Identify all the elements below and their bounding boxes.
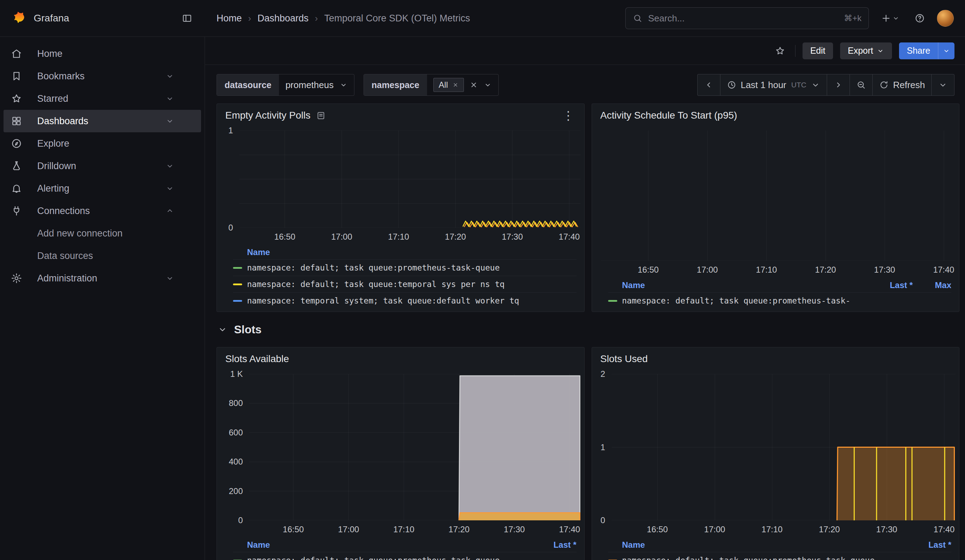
refresh-button[interactable]: Refresh xyxy=(872,74,932,96)
panel-menu-icon[interactable]: ⋮ xyxy=(560,110,577,121)
sidebar-item-explore[interactable]: Explore xyxy=(3,132,201,155)
search-input[interactable]: Search... ⌘+k xyxy=(625,7,869,29)
timezone-label: UTC xyxy=(791,81,806,89)
sidebar-item-add-new-connection[interactable]: Add new connection xyxy=(3,222,201,245)
new-button[interactable] xyxy=(878,10,903,26)
row-title: Slots xyxy=(234,323,262,336)
x-axis-labels: 16:5017:0017:1017:2017:3017:40 xyxy=(612,520,956,537)
sidebar-item-starred[interactable]: Starred xyxy=(3,87,201,110)
zoom-out-button[interactable] xyxy=(850,74,873,96)
sidebar-item-connections[interactable]: Connections xyxy=(3,200,201,222)
plot-area[interactable]: 02004006008001 K xyxy=(249,374,581,520)
chevron-down-icon xyxy=(164,72,176,81)
chevron-down-icon xyxy=(164,94,176,103)
panel-header[interactable]: Slots Available xyxy=(217,348,584,365)
namespace-tag[interactable]: All xyxy=(433,78,464,92)
series-name: namespace: temporal_system; task_queue:d… xyxy=(247,296,577,305)
plot-area[interactable] xyxy=(601,131,956,261)
breadcrumb-item-dashboards[interactable]: Dashboards xyxy=(258,13,309,24)
grafana-logo-icon[interactable] xyxy=(10,10,26,26)
series-name: namespace: default; task_queue:prometheu… xyxy=(247,556,514,560)
x-axis-labels: 16:5017:0017:1017:2017:3017:40 xyxy=(601,261,956,277)
time-series-chart[interactable]: 01216:5017:0017:1017:2017:3017:40 xyxy=(592,365,959,537)
legend-column-max[interactable]: Max xyxy=(913,280,951,290)
plot-area[interactable]: 01 xyxy=(239,131,581,228)
legend-header: NameLast * xyxy=(233,538,577,552)
search-shortcut: ⌘+k xyxy=(844,13,862,23)
remove-tag-icon[interactable] xyxy=(452,82,459,88)
legend-row[interactable]: namespace: default; task_queue:prometheu… xyxy=(233,259,577,276)
clear-selection-icon[interactable] xyxy=(469,81,478,89)
refresh-interval-button[interactable] xyxy=(931,74,955,96)
sidebar-item-administration[interactable]: Administration xyxy=(3,267,201,289)
time-series-chart[interactable]: 16:5017:0017:1017:2017:3017:40 xyxy=(592,121,959,277)
x-tick-label: 17:00 xyxy=(704,524,725,534)
y-axis-labels xyxy=(592,131,601,261)
sidebar-item-label: Add new connection xyxy=(37,228,123,239)
y-tick-label: 2 xyxy=(600,369,605,379)
legend-row[interactable]: namespace: default; task_queue:prometheu… xyxy=(608,552,952,560)
y-tick-label: 800 xyxy=(229,398,243,408)
legend-row[interactable]: namespace: default; task_queue:prometheu… xyxy=(233,552,577,560)
legend-column-name[interactable]: Name xyxy=(233,540,514,550)
x-axis-labels: 16:5017:0017:1017:2017:3017:40 xyxy=(239,228,581,244)
x-tick-label: 17:20 xyxy=(815,265,836,275)
legend-column-last[interactable]: Last * xyxy=(514,540,577,550)
help-button[interactable] xyxy=(912,10,928,26)
namespace-select[interactable]: All xyxy=(427,74,498,95)
sidebar-item-alerting[interactable]: Alerting xyxy=(3,177,201,200)
panel-header[interactable]: Empty Activity Polls ⋮ xyxy=(217,104,584,121)
x-tick-label: 17:10 xyxy=(388,232,409,242)
sidebar-item-dashboards[interactable]: Dashboards xyxy=(3,110,201,132)
sidebar-item-bookmarks[interactable]: Bookmarks xyxy=(3,65,201,87)
x-tick-label: 17:40 xyxy=(559,524,580,534)
x-tick-label: 17:30 xyxy=(874,265,895,275)
x-tick-label: 17:00 xyxy=(331,232,352,242)
legend-row[interactable]: namespace: default; task_queue:prometheu… xyxy=(608,292,952,309)
chevron-down-icon xyxy=(484,81,492,89)
row-slots-toggle[interactable]: Slots xyxy=(216,312,959,347)
sidebar-item-data-sources[interactable]: Data sources xyxy=(3,245,201,267)
panel-title: Activity Schedule To Start (p95) xyxy=(600,109,737,121)
chevron-right-icon xyxy=(833,80,843,90)
legend-row[interactable]: namespace: temporal_system; task_queue:d… xyxy=(233,292,577,309)
chevron-down-icon xyxy=(164,162,176,171)
bell-icon xyxy=(10,183,23,194)
legend-column-name[interactable]: Name xyxy=(608,540,888,550)
export-button[interactable]: Export xyxy=(840,42,892,59)
sidebar-item-drilldown[interactable]: Drilldown xyxy=(3,155,201,177)
x-tick-label: 17:30 xyxy=(502,232,523,242)
legend-column-last[interactable]: Last * xyxy=(850,280,913,290)
breadcrumb-separator: › xyxy=(248,13,251,24)
series-name: namespace: default; task_queue:prometheu… xyxy=(247,263,577,272)
time-range-picker[interactable]: Last 1 hour UTC xyxy=(720,74,827,96)
share-button[interactable]: Share xyxy=(899,42,938,59)
plot-area[interactable]: 012 xyxy=(612,374,956,520)
legend-row[interactable]: namespace: default; task_queue:temporal_… xyxy=(233,276,577,292)
breadcrumb-item-home[interactable]: Home xyxy=(216,13,242,24)
legend-column-name[interactable]: Name xyxy=(233,247,577,257)
edit-button[interactable]: Edit xyxy=(803,42,833,59)
sidebar-item-home[interactable]: Home xyxy=(3,42,201,65)
search-placeholder: Search... xyxy=(648,13,685,24)
sidebar-item-label: Data sources xyxy=(37,250,93,261)
datasource-variable: datasource prometheus xyxy=(216,74,355,96)
favorite-star-button[interactable] xyxy=(772,43,788,59)
legend-header: NameLast *Max xyxy=(608,278,952,292)
time-shift-back-button[interactable] xyxy=(697,74,720,96)
time-shift-forward-button[interactable] xyxy=(827,74,850,96)
time-series-chart[interactable]: 0116:5017:0017:1017:2017:3017:40 xyxy=(217,121,584,244)
datasource-select[interactable]: prometheus xyxy=(279,74,354,95)
share-menu-button[interactable] xyxy=(938,42,955,59)
main-content: Edit Export Share datasource prometheus … xyxy=(205,37,965,560)
panel-header[interactable]: Slots Used xyxy=(592,348,959,365)
legend-column-name[interactable]: Name xyxy=(608,280,850,290)
x-tick-label: 17:30 xyxy=(504,524,525,534)
time-series-chart[interactable]: 02004006008001 K16:5017:0017:1017:2017:3… xyxy=(217,365,584,537)
series-name: namespace: default; task_queue:prometheu… xyxy=(622,556,888,560)
legend-column-last[interactable]: Last * xyxy=(888,540,951,550)
panel-header[interactable]: Activity Schedule To Start (p95) xyxy=(592,104,959,121)
panel-description-icon[interactable] xyxy=(316,111,325,120)
avatar[interactable] xyxy=(937,10,954,27)
sidebar-toggle-icon[interactable] xyxy=(179,10,195,26)
